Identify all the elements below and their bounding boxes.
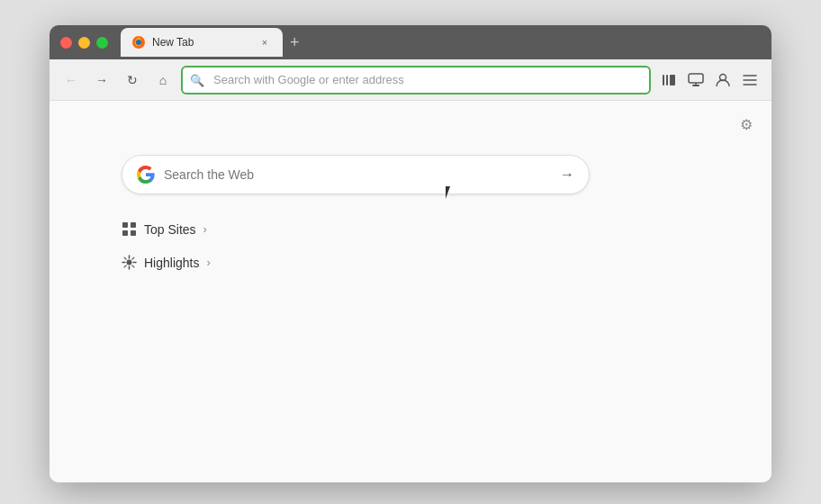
account-icon <box>715 72 731 88</box>
svg-point-16 <box>127 260 132 266</box>
back-icon: ← <box>65 73 77 87</box>
highlights-sparkle-icon <box>122 255 137 270</box>
synced-tabs-button[interactable] <box>683 68 708 93</box>
synced-tabs-icon <box>688 72 704 88</box>
address-input[interactable] <box>181 66 651 94</box>
svg-line-24 <box>124 266 126 267</box>
svg-rect-15 <box>131 230 136 236</box>
address-search-icon: 🔍 <box>190 73 204 86</box>
active-tab[interactable]: New Tab × <box>121 28 283 57</box>
tab-close-button[interactable]: × <box>257 35 272 50</box>
google-search-bar[interactable]: → <box>122 155 590 194</box>
reload-icon: ↻ <box>127 73 138 87</box>
menu-button[interactable] <box>737 68 762 93</box>
svg-line-22 <box>132 266 134 267</box>
top-sites-grid-icon <box>122 221 137 237</box>
back-button[interactable]: ← <box>59 68 84 93</box>
forward-icon: → <box>95 73 108 87</box>
top-sites-row[interactable]: Top Sites › <box>122 221 207 237</box>
svg-rect-12 <box>122 222 128 228</box>
maximize-button[interactable] <box>96 37 108 49</box>
svg-rect-5 <box>689 74 703 83</box>
home-icon: ⌂ <box>159 73 167 87</box>
close-button[interactable] <box>60 37 72 49</box>
window-controls <box>60 37 108 49</box>
google-logo-icon <box>137 166 155 184</box>
library-button[interactable] <box>656 68 681 93</box>
top-sites-chevron-icon: › <box>203 222 207 236</box>
svg-rect-13 <box>131 222 136 228</box>
highlights-label: Highlights <box>144 256 199 270</box>
settings-gear-button[interactable]: ⚙ <box>734 112 759 137</box>
nav-bar: ← → ↻ ⌂ 🔍 <box>50 59 771 101</box>
firefox-favicon-icon <box>131 35 146 50</box>
forward-button[interactable]: → <box>89 68 114 93</box>
svg-rect-4 <box>670 75 675 86</box>
home-button[interactable]: ⌂ <box>150 68 176 93</box>
svg-rect-2 <box>663 75 664 86</box>
svg-line-21 <box>124 257 126 259</box>
svg-rect-14 <box>122 230 128 236</box>
new-tab-button[interactable]: + <box>283 33 307 52</box>
account-button[interactable] <box>710 68 735 93</box>
reload-button[interactable]: ↻ <box>120 68 145 93</box>
nav-right-buttons <box>656 68 762 93</box>
google-search-arrow-icon: → <box>560 166 574 183</box>
hamburger-icon <box>742 72 758 88</box>
svg-line-23 <box>132 257 134 259</box>
svg-point-1 <box>136 40 141 45</box>
highlights-chevron-icon: › <box>206 256 210 269</box>
gear-icon: ⚙ <box>740 116 753 133</box>
new-tab-content: → Top Sites › <box>50 101 771 288</box>
title-bar: New Tab × + <box>50 25 771 59</box>
library-icon <box>661 72 677 88</box>
page-content: ⚙ → <box>50 101 771 482</box>
highlights-row[interactable]: Highlights › <box>122 255 211 270</box>
browser-window: New Tab × + ← → ↻ ⌂ 🔍 <box>50 25 771 482</box>
top-sites-label: Top Sites <box>144 222 196 237</box>
svg-rect-6 <box>692 85 699 86</box>
minimize-button[interactable] <box>78 37 90 49</box>
tab-area: New Tab × + <box>121 28 761 57</box>
google-search-input[interactable] <box>164 167 551 182</box>
tab-title: New Tab <box>152 36 251 49</box>
address-bar-container: 🔍 <box>181 66 651 94</box>
svg-rect-3 <box>666 75 668 86</box>
